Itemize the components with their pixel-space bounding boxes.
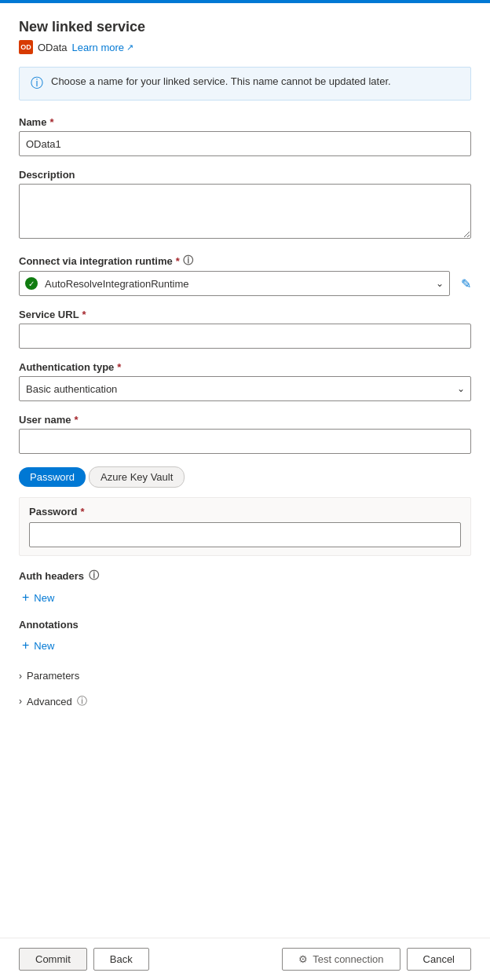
service-url-field-group: Service URL * <box>19 309 471 349</box>
parameters-chevron-icon: › <box>19 671 22 682</box>
learn-more-label: Learn more <box>72 42 124 53</box>
password-required: * <box>80 506 84 517</box>
auth-type-select[interactable]: Basic authentication Anonymous Windows A… <box>19 376 471 401</box>
description-field-group: Description <box>19 169 471 241</box>
password-tab-button[interactable]: Password <box>19 467 86 487</box>
name-field-group: Name * <box>19 116 471 156</box>
auth-type-label: Authentication type * <box>19 361 471 373</box>
green-check-icon: ✓ <box>25 277 38 290</box>
password-field-group: Password * <box>19 497 471 556</box>
annotations-section: Annotations + New <box>19 619 471 654</box>
plus-icon-annotations: + <box>22 638 29 653</box>
runtime-help-icon: ⓘ <box>183 254 193 268</box>
learn-more-link[interactable]: Learn more ↗ <box>72 42 133 53</box>
advanced-chevron-icon: › <box>19 696 22 707</box>
advanced-expand-button[interactable]: › Advanced ⓘ <box>19 691 87 711</box>
description-textarea[interactable] <box>19 184 471 239</box>
external-link-icon: ↗ <box>126 42 133 53</box>
runtime-dropdown-wrapper: ✓ AutoResolveIntegrationRuntime ⌄ <box>19 271 450 296</box>
azure-key-vault-tab-button[interactable]: Azure Key Vault <box>89 466 185 488</box>
runtime-status-icon: ✓ <box>25 277 38 290</box>
plus-icon-auth: + <box>22 591 29 605</box>
password-label: Password * <box>29 506 461 517</box>
service-url-input[interactable] <box>19 324 471 349</box>
runtime-required: * <box>176 255 180 267</box>
runtime-row: ✓ AutoResolveIntegrationRuntime ⌄ ✎ <box>19 271 471 296</box>
auth-type-required: * <box>117 361 121 373</box>
plug-icon: ⚙ <box>298 953 308 965</box>
test-connection-label: Test connection <box>313 953 383 965</box>
auth-headers-section: Auth headers ⓘ + New <box>19 569 471 606</box>
name-input[interactable] <box>19 131 471 156</box>
subtitle-row: OD OData Learn more ↗ <box>19 40 471 54</box>
info-text: Choose a name for your linked service. T… <box>51 75 391 87</box>
name-required: * <box>49 116 53 128</box>
footer: Commit Back ⚙ Test connection Cancel <box>0 938 490 980</box>
add-annotation-button[interactable]: + New <box>22 637 54 654</box>
cancel-button[interactable]: Cancel <box>407 948 471 971</box>
runtime-field-group: Connect via integration runtime * ⓘ ✓ Au… <box>19 254 471 296</box>
main-content: New linked service OD OData Learn more ↗… <box>0 3 490 938</box>
parameters-expand-button[interactable]: › Parameters <box>19 667 79 685</box>
new-auth-header-label: New <box>34 592 54 604</box>
parameters-label: Parameters <box>27 670 79 682</box>
runtime-select[interactable]: AutoResolveIntegrationRuntime <box>19 271 450 296</box>
back-button[interactable]: Back <box>93 948 149 971</box>
username-label: User name * <box>19 414 471 426</box>
auth-type-field-group: Authentication type * Basic authenticati… <box>19 361 471 401</box>
username-input[interactable] <box>19 429 471 454</box>
subtitle-service-name: OData <box>38 42 68 53</box>
auth-headers-label: Auth headers ⓘ <box>19 569 471 583</box>
password-tab-group: Password Azure Key Vault <box>19 466 471 488</box>
annotations-label: Annotations <box>19 619 471 631</box>
runtime-label: Connect via integration runtime * ⓘ <box>19 254 471 268</box>
advanced-help-icon: ⓘ <box>77 694 87 708</box>
runtime-edit-button[interactable]: ✎ <box>461 276 471 291</box>
new-annotation-label: New <box>34 640 54 652</box>
info-icon: ⓘ <box>31 75 43 92</box>
page-title: New linked service <box>19 19 471 35</box>
service-url-label: Service URL * <box>19 309 471 320</box>
service-url-required: * <box>82 309 86 320</box>
add-auth-header-button[interactable]: + New <box>22 589 54 606</box>
password-input[interactable] <box>29 522 461 547</box>
odata-icon: OD <box>19 40 33 54</box>
username-required: * <box>74 414 78 426</box>
auth-type-dropdown-wrapper: Basic authentication Anonymous Windows A… <box>19 376 471 401</box>
description-label: Description <box>19 169 471 181</box>
username-field-group: User name * <box>19 414 471 454</box>
name-label: Name * <box>19 116 471 128</box>
advanced-label: Advanced <box>27 696 72 708</box>
test-connection-button[interactable]: ⚙ Test connection <box>282 948 400 971</box>
commit-button[interactable]: Commit <box>19 948 87 971</box>
auth-headers-help-icon: ⓘ <box>89 569 99 583</box>
info-banner: ⓘ Choose a name for your linked service.… <box>19 67 471 101</box>
